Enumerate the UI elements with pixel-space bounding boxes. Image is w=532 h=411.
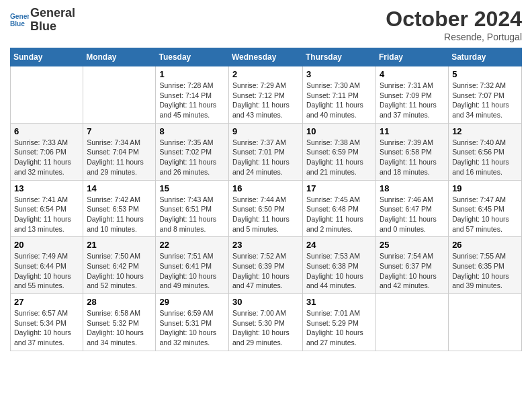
calendar-day-cell: 26Sunrise: 7:55 AMSunset: 6:35 PMDayligh… xyxy=(449,237,522,294)
day-number: 8 xyxy=(159,126,225,136)
calendar-day-cell: 23Sunrise: 7:52 AMSunset: 6:39 PMDayligh… xyxy=(229,237,303,294)
day-number: 14 xyxy=(87,183,152,193)
day-detail: Sunrise: 6:57 AMSunset: 5:34 PMDaylight:… xyxy=(14,308,79,348)
weekday-header-cell: Saturday xyxy=(449,48,522,66)
logo-text: General Blue xyxy=(30,7,75,34)
day-number: 20 xyxy=(14,240,79,250)
day-number: 12 xyxy=(452,126,518,136)
calendar-day-cell: 8Sunrise: 7:35 AMSunset: 7:02 PMDaylight… xyxy=(156,123,229,180)
weekday-header-cell: Sunday xyxy=(11,48,83,66)
calendar-week-row: 6Sunrise: 7:33 AMSunset: 7:06 PMDaylight… xyxy=(11,123,522,180)
svg-text:Blue: Blue xyxy=(10,20,25,28)
day-detail: Sunrise: 7:39 AMSunset: 6:58 PMDaylight:… xyxy=(380,138,445,177)
day-number: 11 xyxy=(380,126,445,136)
day-detail: Sunrise: 7:51 AMSunset: 6:41 PMDaylight:… xyxy=(159,251,225,291)
calendar-day-cell: 15Sunrise: 7:43 AMSunset: 6:51 PMDayligh… xyxy=(156,180,229,237)
weekday-header-row: SundayMondayTuesdayWednesdayThursdayFrid… xyxy=(11,48,522,66)
calendar-day-cell: 6Sunrise: 7:33 AMSunset: 7:06 PMDaylight… xyxy=(11,123,83,180)
day-detail: Sunrise: 7:34 AMSunset: 7:04 PMDaylight:… xyxy=(87,138,152,177)
day-detail: Sunrise: 7:33 AMSunset: 7:06 PMDaylight:… xyxy=(14,138,79,177)
day-detail: Sunrise: 7:28 AMSunset: 7:14 PMDaylight:… xyxy=(159,81,225,120)
day-number: 4 xyxy=(380,69,445,79)
calendar-day-cell: 31Sunrise: 7:01 AMSunset: 5:29 PMDayligh… xyxy=(303,294,376,351)
day-number: 16 xyxy=(232,183,299,193)
calendar-day-cell: 30Sunrise: 7:00 AMSunset: 5:30 PMDayligh… xyxy=(229,294,303,351)
calendar-day-cell: 27Sunrise: 6:57 AMSunset: 5:34 PMDayligh… xyxy=(11,294,83,351)
day-number: 9 xyxy=(232,126,299,136)
day-number: 25 xyxy=(380,240,445,250)
month-info: October 2024 Resende, Portugal xyxy=(386,7,522,42)
day-number: 15 xyxy=(159,183,225,193)
weekday-header-cell: Thursday xyxy=(303,48,376,66)
day-detail: Sunrise: 6:58 AMSunset: 5:32 PMDaylight:… xyxy=(87,308,152,348)
calendar-day-cell: 16Sunrise: 7:44 AMSunset: 6:50 PMDayligh… xyxy=(229,180,303,237)
day-detail: Sunrise: 7:45 AMSunset: 6:48 PMDaylight:… xyxy=(306,195,372,234)
day-number: 10 xyxy=(306,126,372,136)
calendar-day-cell: 7Sunrise: 7:34 AMSunset: 7:04 PMDaylight… xyxy=(83,123,156,180)
day-detail: Sunrise: 7:46 AMSunset: 6:47 PMDaylight:… xyxy=(380,195,445,234)
calendar-day-cell: 4Sunrise: 7:31 AMSunset: 7:09 PMDaylight… xyxy=(376,66,449,124)
calendar-day-cell: 19Sunrise: 7:47 AMSunset: 6:45 PMDayligh… xyxy=(449,180,522,237)
calendar-week-row: 1Sunrise: 7:28 AMSunset: 7:14 PMDaylight… xyxy=(11,66,522,124)
day-detail: Sunrise: 7:55 AMSunset: 6:35 PMDaylight:… xyxy=(452,251,518,291)
header: General Blue General Blue October 2024 R… xyxy=(10,7,522,42)
day-number: 17 xyxy=(306,183,372,193)
day-detail: Sunrise: 7:40 AMSunset: 6:56 PMDaylight:… xyxy=(452,138,518,177)
calendar-week-row: 27Sunrise: 6:57 AMSunset: 5:34 PMDayligh… xyxy=(11,294,522,351)
day-detail: Sunrise: 7:38 AMSunset: 6:59 PMDaylight:… xyxy=(306,138,372,177)
location: Resende, Portugal xyxy=(386,32,522,42)
day-number: 18 xyxy=(380,183,445,193)
svg-text:General: General xyxy=(10,13,29,20)
day-detail: Sunrise: 7:47 AMSunset: 6:45 PMDaylight:… xyxy=(452,195,518,234)
day-detail: Sunrise: 7:52 AMSunset: 6:39 PMDaylight:… xyxy=(232,251,299,291)
logo: General Blue General Blue xyxy=(10,7,75,34)
calendar-body: 1Sunrise: 7:28 AMSunset: 7:14 PMDaylight… xyxy=(11,66,522,351)
day-number: 13 xyxy=(14,183,79,193)
calendar-day-cell: 13Sunrise: 7:41 AMSunset: 6:54 PMDayligh… xyxy=(11,180,83,237)
day-number: 22 xyxy=(159,240,225,250)
calendar-day-cell: 21Sunrise: 7:50 AMSunset: 6:42 PMDayligh… xyxy=(83,237,156,294)
calendar-day-cell: 17Sunrise: 7:45 AMSunset: 6:48 PMDayligh… xyxy=(303,180,376,237)
calendar-day-cell: 2Sunrise: 7:29 AMSunset: 7:12 PMDaylight… xyxy=(229,66,303,124)
calendar-day-cell: 29Sunrise: 6:59 AMSunset: 5:31 PMDayligh… xyxy=(156,294,229,351)
day-detail: Sunrise: 7:42 AMSunset: 6:53 PMDaylight:… xyxy=(87,195,152,234)
day-number: 19 xyxy=(452,183,518,193)
calendar-day-cell: 14Sunrise: 7:42 AMSunset: 6:53 PMDayligh… xyxy=(83,180,156,237)
calendar-week-row: 20Sunrise: 7:49 AMSunset: 6:44 PMDayligh… xyxy=(11,237,522,294)
day-detail: Sunrise: 7:31 AMSunset: 7:09 PMDaylight:… xyxy=(380,81,445,120)
day-number: 3 xyxy=(306,69,372,79)
day-number: 31 xyxy=(306,297,372,307)
day-number: 30 xyxy=(232,297,299,307)
calendar-day-cell: 24Sunrise: 7:53 AMSunset: 6:38 PMDayligh… xyxy=(303,237,376,294)
day-detail: Sunrise: 7:43 AMSunset: 6:51 PMDaylight:… xyxy=(159,195,225,234)
day-number: 1 xyxy=(159,69,225,79)
day-detail: Sunrise: 7:01 AMSunset: 5:29 PMDaylight:… xyxy=(306,308,372,348)
day-number: 21 xyxy=(87,240,152,250)
calendar-table: SundayMondayTuesdayWednesdayThursdayFrid… xyxy=(10,48,522,351)
day-detail: Sunrise: 7:37 AMSunset: 7:01 PMDaylight:… xyxy=(232,138,299,177)
calendar-day-cell xyxy=(449,294,522,351)
day-detail: Sunrise: 7:49 AMSunset: 6:44 PMDaylight:… xyxy=(14,251,79,291)
weekday-header-cell: Monday xyxy=(83,48,156,66)
day-number: 29 xyxy=(159,297,225,307)
calendar-day-cell: 3Sunrise: 7:30 AMSunset: 7:11 PMDaylight… xyxy=(303,66,376,124)
calendar-day-cell: 28Sunrise: 6:58 AMSunset: 5:32 PMDayligh… xyxy=(83,294,156,351)
day-number: 7 xyxy=(87,126,152,136)
calendar-day-cell: 20Sunrise: 7:49 AMSunset: 6:44 PMDayligh… xyxy=(11,237,83,294)
calendar-day-cell: 11Sunrise: 7:39 AMSunset: 6:58 PMDayligh… xyxy=(376,123,449,180)
day-detail: Sunrise: 7:53 AMSunset: 6:38 PMDaylight:… xyxy=(306,251,372,291)
calendar-day-cell xyxy=(376,294,449,351)
calendar-day-cell: 18Sunrise: 7:46 AMSunset: 6:47 PMDayligh… xyxy=(376,180,449,237)
day-detail: Sunrise: 7:50 AMSunset: 6:42 PMDaylight:… xyxy=(87,251,152,291)
calendar-week-row: 13Sunrise: 7:41 AMSunset: 6:54 PMDayligh… xyxy=(11,180,522,237)
month-title: October 2024 xyxy=(386,7,522,32)
day-detail: Sunrise: 7:54 AMSunset: 6:37 PMDaylight:… xyxy=(380,251,445,291)
day-number: 6 xyxy=(14,126,79,136)
day-detail: Sunrise: 7:29 AMSunset: 7:12 PMDaylight:… xyxy=(232,81,299,120)
calendar-day-cell: 10Sunrise: 7:38 AMSunset: 6:59 PMDayligh… xyxy=(303,123,376,180)
calendar-day-cell: 5Sunrise: 7:32 AMSunset: 7:07 PMDaylight… xyxy=(449,66,522,124)
calendar-day-cell: 12Sunrise: 7:40 AMSunset: 6:56 PMDayligh… xyxy=(449,123,522,180)
calendar-day-cell: 25Sunrise: 7:54 AMSunset: 6:37 PMDayligh… xyxy=(376,237,449,294)
weekday-header-cell: Friday xyxy=(376,48,449,66)
weekday-header-cell: Wednesday xyxy=(229,48,303,66)
